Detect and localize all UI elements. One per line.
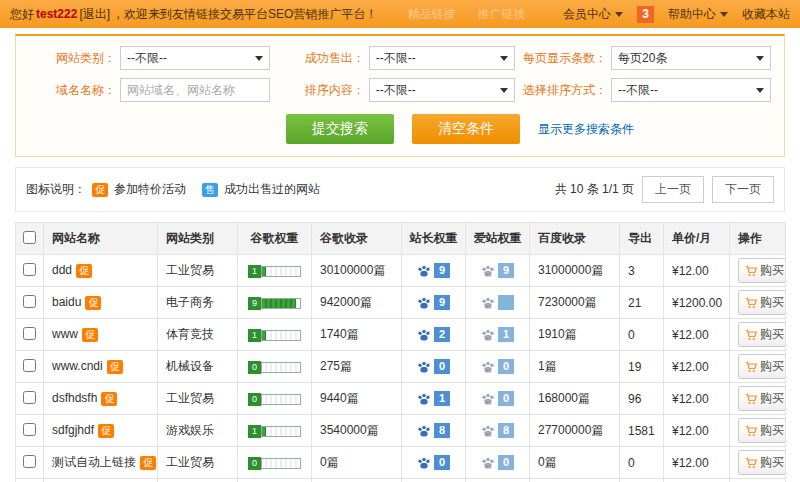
table-header-row: 网站名称网站类别谷歌权重谷歌收录站长权重爱站权重百度收录导出单价/月操作 — [16, 223, 786, 255]
sites-table-container: 网站名称网站类别谷歌权重谷歌收录站长权重爱站权重百度收录导出单价/月操作 ddd… — [15, 222, 785, 482]
baidu-index-count: 27700000篇 — [530, 415, 620, 447]
sort-content-select[interactable]: --不限-- — [369, 78, 515, 102]
sort-content-label: 排序内容： — [275, 82, 365, 99]
row-checkbox[interactable] — [23, 327, 36, 340]
chinaz-weight-value: 0 — [434, 359, 450, 374]
chevron-down-icon — [720, 12, 728, 17]
buy-button[interactable]: 购买 — [738, 322, 786, 347]
page-size-label: 每页显示条数： — [515, 50, 607, 67]
google-pr-cell: 1 — [238, 415, 312, 447]
chinaz-weight-cell: 8 — [402, 415, 466, 447]
google-index-count: 942000篇 — [312, 287, 402, 319]
aizhan-weight-value — [498, 295, 514, 310]
member-center-menu[interactable]: 会员中心 — [563, 6, 623, 23]
column-header: 谷歌收录 — [312, 223, 402, 255]
site-name-cell: www.cndi促 — [44, 351, 158, 383]
buy-button-label: 购买 — [760, 422, 784, 439]
next-page-button[interactable]: 下一页 — [712, 176, 774, 203]
aizhan-weight-value: 8 — [498, 423, 514, 438]
buy-button[interactable]: 购买 — [738, 386, 786, 411]
site-name-link[interactable]: www.cndi — [52, 359, 103, 373]
help-center-label: 帮助中心 — [668, 6, 716, 23]
google-pr-cell: 0 — [238, 383, 312, 415]
checkbox-cell — [16, 319, 44, 351]
buy-button[interactable]: 购买 — [738, 290, 786, 315]
submit-search-button[interactable]: 提交搜索 — [286, 114, 394, 144]
buy-button[interactable]: 购买 — [738, 450, 786, 475]
paw-icon — [417, 360, 431, 374]
buy-button[interactable]: 购买 — [738, 354, 786, 379]
table-row: baidu促电子商务9942000篇97230000篇21¥1200.00购买 — [16, 287, 786, 319]
notification-badge[interactable]: 3 — [637, 6, 654, 23]
google-pr-cell: 0 — [238, 351, 312, 383]
chinaz-weight-value: 1 — [434, 391, 450, 406]
paw-icon — [417, 296, 431, 310]
buy-button-label: 购买 — [760, 262, 784, 279]
action-cell: 购买 — [730, 287, 786, 319]
chinaz-weight-cell: 2 — [402, 319, 466, 351]
chevron-down-icon — [615, 12, 623, 17]
nav-item-jingpin[interactable]: 精品链接 — [407, 6, 455, 23]
google-pr-bar: 1 — [248, 265, 301, 278]
row-checkbox[interactable] — [23, 423, 36, 436]
site-name-link[interactable]: sdfgjhdf — [52, 423, 94, 437]
site-category: 工业贸易 — [158, 383, 238, 415]
logout-link[interactable]: [退出] — [79, 6, 110, 23]
promo-badge: 促 — [107, 360, 123, 374]
domain-name-input[interactable] — [120, 78, 270, 102]
member-center-label: 会员中心 — [563, 6, 611, 23]
column-header: 百度收录 — [530, 223, 620, 255]
row-checkbox[interactable] — [23, 359, 36, 372]
row-checkbox[interactable] — [23, 263, 36, 276]
aizhan-weight-cell: 0 — [466, 383, 530, 415]
prev-page-button[interactable]: 上一页 — [642, 176, 704, 203]
column-header: 网站类别 — [158, 223, 238, 255]
aizhan-weight-value: 0 — [498, 359, 514, 374]
buy-button[interactable]: 购买 — [738, 418, 786, 443]
help-center-menu[interactable]: 帮助中心 — [668, 6, 728, 23]
site-name-cell: www促 — [44, 319, 158, 351]
favorite-link[interactable]: 收藏本站 — [742, 6, 790, 23]
aizhan-weight-value: 0 — [498, 391, 514, 406]
row-checkbox[interactable] — [23, 295, 36, 308]
favorite-label: 收藏本站 — [742, 6, 790, 23]
more-conditions-link[interactable]: 显示更多搜索条件 — [538, 121, 634, 138]
price-per-month: ¥12.00 — [664, 319, 730, 351]
chinaz-weight-cell: 9 — [402, 287, 466, 319]
clear-conditions-button[interactable]: 清空条件 — [412, 114, 520, 144]
category-select[interactable]: --不限-- — [120, 46, 270, 70]
price-per-month: ¥12.00 — [664, 351, 730, 383]
site-name-cell: baidu促 — [44, 287, 158, 319]
paw-icon — [481, 424, 495, 438]
google-pr-bar: 1 — [248, 425, 301, 438]
google-pr-cell: 9 — [238, 287, 312, 319]
site-name-link[interactable]: baidu — [52, 295, 81, 309]
paw-icon — [417, 264, 431, 278]
site-category: 机械设备 — [158, 351, 238, 383]
table-row: sdfgjhdf促游戏娱乐13540000篇8827700000篇1581¥12… — [16, 415, 786, 447]
nav-item-tuiguang[interactable]: 推广链接 — [477, 6, 525, 23]
select-all-checkbox[interactable] — [23, 231, 36, 244]
legend-label: 图标说明： — [26, 181, 86, 198]
sort-order-select[interactable]: --不限-- — [611, 78, 771, 102]
google-pr-bar: 0 — [248, 361, 301, 374]
site-name-link[interactable]: ddd — [52, 263, 72, 277]
paw-icon — [417, 456, 431, 470]
site-name-link[interactable]: 测试自动上链接 — [52, 455, 136, 469]
buy-button[interactable]: 购买 — [738, 258, 786, 283]
promo-badge: 促 — [98, 424, 114, 438]
column-header: 爱站权重 — [466, 223, 530, 255]
baidu-index-count: 31000000篇 — [530, 255, 620, 287]
outbound-links-count: 3 — [620, 255, 664, 287]
promo-legend-text: 参加特价活动 — [114, 181, 186, 198]
row-checkbox[interactable] — [23, 455, 36, 468]
sold-status-select[interactable]: --不限-- — [369, 46, 515, 70]
row-checkbox[interactable] — [23, 391, 36, 404]
sold-badge: 售 — [202, 183, 218, 197]
buy-button-label: 购买 — [760, 454, 784, 471]
site-name-link[interactable]: dsfhdsfh — [52, 391, 97, 405]
paw-icon — [481, 360, 495, 374]
page-size-select[interactable]: 每页20条 — [611, 46, 771, 70]
site-name-link[interactable]: www — [52, 327, 78, 341]
chinaz-weight-value: 9 — [434, 295, 450, 310]
